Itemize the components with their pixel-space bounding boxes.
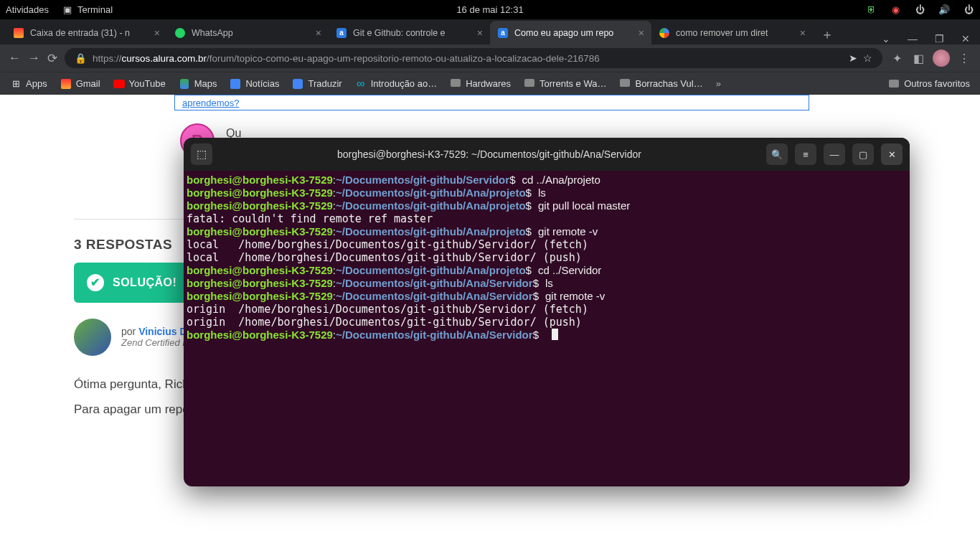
shield-icon[interactable]: ⛨	[865, 4, 877, 16]
bookmark-icon	[60, 78, 72, 90]
browser-tab[interactable]: Caixa de entrada (31) - n×	[6, 21, 167, 44]
reload-button[interactable]: ⟳	[47, 51, 57, 66]
tab-label: como remover um diret	[676, 28, 768, 38]
send-icon[interactable]: ➤	[849, 52, 857, 64]
referenced-video-link[interactable]: aprendemos?	[174, 95, 809, 110]
discord-icon[interactable]: ◉	[890, 4, 901, 16]
search-icon[interactable]: 🔍	[766, 143, 788, 165]
apps-grid-icon: ⊞	[10, 78, 22, 90]
hamburger-icon[interactable]: ≡	[795, 143, 816, 165]
tab-close-icon[interactable]: ×	[800, 27, 806, 39]
url-text: https://cursos.alura.com.br/forum/topico…	[93, 53, 600, 64]
bookmark-label: Hardwares	[466, 78, 511, 89]
bookmark-item[interactable]: Borrachas Vul…	[619, 78, 702, 90]
bookmark-item[interactable]: Gmail	[60, 78, 100, 90]
tab-close-icon[interactable]: ×	[639, 27, 644, 39]
current-app[interactable]: ▣ Terminal	[62, 4, 113, 16]
bookmark-label: Borrachas Vul…	[635, 78, 702, 89]
extensions-icon[interactable]: ✦	[890, 52, 904, 65]
bookmark-item[interactable]: ∞Introdução ao…	[355, 78, 438, 90]
solution-label: SOLUÇÃO!	[113, 276, 176, 289]
bookmark-item[interactable]: Maps	[179, 78, 217, 90]
back-button[interactable]: ←	[9, 51, 21, 65]
profile-avatar[interactable]	[933, 50, 950, 67]
window-restore-button[interactable]: ❐	[935, 33, 944, 44]
bookmark-label: Maps	[194, 78, 217, 89]
new-tab-terminal-button[interactable]: ⬚	[191, 143, 212, 165]
minimize-icon[interactable]: —	[824, 143, 845, 165]
tab-dropdown-icon[interactable]: ⌄	[882, 33, 890, 44]
bookmark-label: Torrents e Wa…	[540, 78, 606, 89]
bookmark-icon: ∞	[355, 78, 367, 90]
tab-close-icon[interactable]: ×	[154, 27, 160, 39]
bookmark-icon	[619, 78, 631, 90]
bookmark-item[interactable]: Traduzir	[292, 78, 341, 90]
clock[interactable]: 16 de mai 12:31	[456, 4, 523, 15]
tab-close-icon[interactable]: ×	[316, 27, 321, 39]
tab-label: WhatsApp	[192, 28, 233, 38]
close-icon[interactable]: ✕	[881, 143, 903, 165]
check-icon: ✔	[87, 274, 104, 291]
bookmark-icon	[292, 78, 303, 90]
apps-shortcut[interactable]: ⊞Apps	[10, 78, 47, 90]
browser-tab[interactable]: aGit e Github: controle e×	[329, 21, 490, 44]
tab-favicon	[174, 27, 186, 39]
other-bookmarks-label: Outros favoritos	[904, 78, 970, 89]
tab-favicon: a	[497, 27, 509, 39]
bookmarks-overflow-icon[interactable]: »	[716, 78, 721, 89]
tab-favicon	[13, 27, 24, 39]
tab-label: Como eu apago um repo	[514, 28, 613, 38]
bookmark-label: YouTube	[129, 78, 166, 89]
other-bookmarks[interactable]: Outros favoritos	[888, 78, 970, 90]
bookmark-label: Gmail	[76, 78, 100, 89]
bookmark-icon	[113, 78, 125, 90]
tab-close-icon[interactable]: ×	[477, 27, 483, 39]
terminal-output[interactable]: borghesi@borghesi-K3-7529:~/Documentos/g…	[184, 171, 910, 344]
browser-tab[interactable]: aComo eu apago um repo×	[490, 21, 651, 44]
maximize-icon[interactable]: ▢	[852, 143, 874, 165]
terminal-icon: ▣	[62, 4, 73, 16]
power-icon[interactable]: ⏻	[963, 4, 974, 16]
terminal-titlebar[interactable]: ⬚ borghesi@borghesi-K3-7529: ~/Documento…	[184, 138, 910, 171]
folder-icon	[888, 78, 900, 90]
bookmark-icon	[230, 78, 241, 90]
gnome-top-bar: Atividades ▣ Terminal 16 de mai 12:31 ⛨ …	[0, 0, 980, 19]
new-tab-button[interactable]: ＋	[817, 24, 837, 44]
bookmark-icon	[450, 78, 461, 90]
tab-favicon: a	[336, 27, 347, 39]
network-icon[interactable]: ⏻	[914, 4, 925, 16]
bookmark-label: Traduzir	[308, 78, 341, 89]
menu-icon[interactable]: ⋮	[957, 52, 971, 65]
bookmarks-bar: ⊞Apps GmailYouTubeMapsNotíciasTraduzir∞I…	[0, 72, 980, 95]
volume-icon[interactable]: 🔊	[938, 4, 950, 16]
bookmark-item[interactable]: Torrents e Wa…	[524, 78, 606, 90]
bookmark-label: Introdução ao…	[371, 78, 438, 89]
forward-button[interactable]: →	[28, 51, 40, 65]
bookmark-icon	[524, 78, 535, 90]
bookmark-item[interactable]: YouTube	[113, 78, 166, 90]
window-minimize-button[interactable]: —	[908, 33, 918, 44]
apps-label: Apps	[26, 78, 47, 89]
bookmark-item[interactable]: Notícias	[230, 78, 279, 90]
tab-label: Git e Github: controle e	[353, 28, 446, 38]
activities-button[interactable]: Atividades	[6, 4, 49, 15]
lock-icon: 🔒	[75, 52, 87, 64]
window-close-button[interactable]: ✕	[961, 33, 970, 44]
tab-label: Caixa de entrada (31) - n	[30, 28, 130, 38]
side-panel-icon[interactable]: ◧	[911, 52, 925, 65]
answerer-avatar	[74, 319, 111, 356]
browser-tab[interactable]: como remover um diret×	[651, 21, 813, 44]
bookmark-icon	[179, 78, 190, 90]
bookmark-item[interactable]: Hardwares	[450, 78, 511, 90]
browser-tab-strip: Caixa de entrada (31) - n×WhatsApp×aGit …	[0, 19, 980, 44]
address-bar[interactable]: 🔒 https://cursos.alura.com.br/forum/topi…	[65, 48, 882, 68]
current-app-label: Terminal	[77, 4, 113, 15]
terminal-window[interactable]: ⬚ borghesi@borghesi-K3-7529: ~/Documento…	[184, 138, 910, 486]
browser-toolbar: ← → ⟳ 🔒 https://cursos.alura.com.br/foru…	[0, 44, 980, 72]
browser-tab[interactable]: WhatsApp×	[167, 21, 329, 44]
tab-favicon	[659, 27, 670, 39]
bookmark-label: Notícias	[245, 78, 279, 89]
star-icon[interactable]: ☆	[863, 52, 872, 64]
terminal-title: borghesi@borghesi-K3-7529: ~/Documentos/…	[212, 149, 766, 160]
